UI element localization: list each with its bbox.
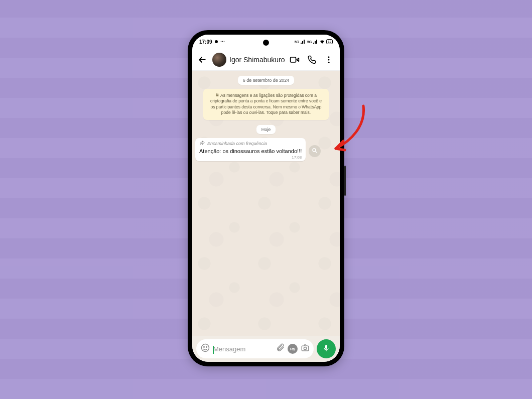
- status-signal-icon-1: [301, 40, 306, 44]
- chat-header: Igor Shimabukuro: [192, 49, 340, 71]
- phone-frame: 17:09 ⋯ 5G 5G 19: [188, 30, 344, 366]
- attach-icon[interactable]: [276, 343, 285, 354]
- forwarded-label: Encaminhada com frequência: [199, 141, 302, 147]
- svg-point-10: [304, 347, 306, 350]
- svg-point-7: [204, 347, 205, 348]
- video-call-button[interactable]: [288, 53, 302, 67]
- encryption-notice-text: As mensagens e as ligações são protegida…: [210, 93, 322, 115]
- message-row: Encaminhada com frequência Atenção: os d…: [195, 138, 337, 161]
- phone-side-button: [344, 166, 346, 196]
- encryption-notice[interactable]: As mensagens e as ligações são protegida…: [203, 89, 329, 120]
- message-input-placeholder: Mensagem: [213, 345, 273, 353]
- status-time: 17:09: [199, 39, 212, 45]
- svg-point-4: [328, 61, 330, 63]
- avatar[interactable]: [212, 53, 226, 67]
- message-bubble[interactable]: Encaminhada com frequência Atenção: os d…: [195, 138, 306, 161]
- status-5g-label-2: 5G: [307, 40, 312, 44]
- more-options-button[interactable]: [322, 53, 336, 67]
- chat-body[interactable]: 6 de setembro de 2024 As mensagens e as …: [192, 71, 340, 336]
- front-camera: [263, 40, 269, 46]
- forward-icon: [199, 141, 205, 147]
- search-message-button[interactable]: [309, 145, 321, 157]
- contact-name[interactable]: Igor Shimabukuro: [229, 56, 285, 64]
- voice-call-button[interactable]: [305, 53, 319, 67]
- forwarded-label-text: Encaminhada com frequência: [207, 141, 267, 146]
- emoji-icon[interactable]: [200, 343, 210, 355]
- date-chip: 6 de setembro de 2024: [238, 76, 295, 85]
- date-chip-today: Hoje: [256, 125, 276, 134]
- status-more-icon: ⋯: [220, 39, 225, 44]
- payment-button[interactable]: R$: [288, 344, 298, 354]
- svg-point-3: [328, 59, 330, 60]
- status-notif-dot-icon: [214, 39, 218, 45]
- text-caret-icon: [213, 346, 214, 354]
- svg-rect-11: [326, 350, 326, 351]
- message-input[interactable]: Mensagem R$: [196, 339, 314, 358]
- status-5g-label: 5G: [295, 40, 299, 44]
- input-bar: Mensagem R$: [192, 336, 340, 362]
- svg-rect-1: [291, 57, 296, 62]
- lock-icon: [215, 93, 219, 98]
- search-icon: [312, 147, 318, 156]
- status-signal-icon-2: [313, 40, 318, 44]
- svg-point-2: [328, 56, 330, 58]
- svg-point-8: [206, 347, 207, 348]
- message-text: Atenção: os dinossauros estão voltando!!…: [199, 148, 302, 155]
- message-time: 17:08: [199, 155, 302, 160]
- voice-record-button[interactable]: [317, 339, 336, 358]
- phone-screen: 17:09 ⋯ 5G 5G 19: [192, 35, 340, 362]
- mic-icon: [322, 344, 330, 354]
- camera-icon[interactable]: [301, 343, 310, 354]
- status-wifi-icon: [320, 40, 325, 44]
- status-battery-icon: 19: [326, 39, 333, 44]
- svg-rect-9: [302, 346, 309, 351]
- svg-point-6: [202, 344, 209, 352]
- svg-point-0: [215, 40, 218, 43]
- back-button[interactable]: [195, 53, 209, 67]
